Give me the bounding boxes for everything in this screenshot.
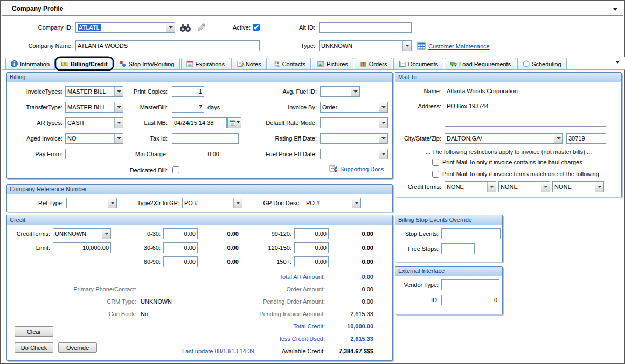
expirations-icon: [186, 60, 193, 67]
aging-150-plus-input[interactable]: [294, 256, 329, 267]
supporting-docs-icon[interactable]: [329, 164, 337, 172]
tab-notes[interactable]: Notes: [231, 58, 267, 69]
print-copies-input[interactable]: [172, 86, 204, 97]
alt-id-input[interactable]: [319, 22, 412, 33]
tab-label: Contacts: [282, 61, 305, 67]
window-title: Company Profile: [12, 5, 63, 12]
pencil-icon[interactable]: [196, 23, 206, 32]
aging-0-30-label: 0-30:: [107, 228, 161, 239]
mail-credit-terms-combo-2[interactable]: NONE: [498, 181, 550, 192]
free-stops-input[interactable]: [441, 243, 475, 254]
tab-information[interactable]: Information: [5, 58, 55, 69]
aging-0-30-input[interactable]: [163, 228, 198, 239]
credit-limit-input[interactable]: [53, 242, 111, 253]
mail-address2-input[interactable]: [445, 116, 606, 127]
tab-contacts[interactable]: Contacts: [268, 58, 311, 69]
ref-type-combo[interactable]: [66, 198, 117, 208]
vendor-type-input[interactable]: [441, 279, 499, 290]
do-check-button[interactable]: Do Check: [15, 342, 53, 353]
tab-scheduling[interactable]: Scheduling: [517, 58, 566, 69]
dropdown-arrow-icon[interactable]: [379, 134, 387, 143]
company-name-label: Company Name:: [11, 40, 73, 51]
dropdown-arrow-icon[interactable]: [487, 182, 496, 192]
company-id-combo[interactable]: ATLATL: [75, 22, 175, 33]
binoculars-icon[interactable]: [179, 23, 191, 32]
crm-type-label: CRM Type:: [7, 296, 136, 307]
dropdown-arrow-icon[interactable]: [166, 23, 175, 32]
tab-documents[interactable]: Documents: [393, 58, 443, 69]
default-rate-mode-combo[interactable]: [320, 117, 388, 128]
stop-events-input[interactable]: [441, 228, 501, 239]
master-bill-input[interactable]: [172, 102, 204, 113]
print-line-haul-label: Print Mail To only if invoice contains l…: [442, 157, 582, 167]
avg-fuel-id-combo[interactable]: [320, 86, 360, 97]
dropdown-arrow-icon[interactable]: [541, 182, 550, 192]
dropdown-arrow-icon[interactable]: [233, 198, 242, 208]
dropdown-arrow-icon[interactable]: [352, 198, 360, 208]
tab-billing-credit[interactable]: Billing/Credit: [56, 58, 113, 69]
tab-expirations[interactable]: Expirations: [181, 58, 230, 69]
chevron-down-icon[interactable]: [613, 8, 617, 13]
company-id-value: ATLATL: [78, 24, 101, 31]
dropdown-arrow-icon[interactable]: [379, 149, 387, 159]
dropdown-arrow-icon[interactable]: [402, 41, 411, 51]
last-mb-label: Last MB:: [112, 117, 168, 128]
zip-input[interactable]: [566, 133, 606, 144]
gp-doc-desc-combo[interactable]: PO #: [304, 198, 361, 208]
invoice-by-combo[interactable]: Order: [320, 102, 388, 113]
city-state-combo[interactable]: DALTON,GA/: [445, 133, 563, 144]
fuel-price-eff-date-combo[interactable]: [320, 149, 388, 159]
print-line-haul-checkbox[interactable]: [432, 159, 439, 166]
window-title-tab[interactable]: Company Profile: [5, 3, 70, 15]
customer-maintenance-icon[interactable]: [417, 41, 426, 50]
credit-terms-combo[interactable]: UNKNOWN: [53, 228, 111, 239]
type-combo[interactable]: UNKNOWN: [319, 40, 412, 51]
mail-address-input[interactable]: [445, 101, 606, 111]
mail-credit-terms-combo-3[interactable]: NONE: [552, 181, 604, 192]
min-charge-label: Min Charge:: [112, 149, 168, 159]
tax-id-input[interactable]: [172, 133, 239, 144]
dropdown-arrow-icon[interactable]: [379, 118, 387, 128]
dropdown-arrow-icon[interactable]: [108, 198, 116, 208]
mail-name-input[interactable]: [445, 86, 606, 96]
mail-credit-terms-combo-1[interactable]: NONE: [445, 181, 496, 192]
aging-120-150-label: 120-150:: [238, 242, 291, 253]
aging-30-60-input[interactable]: [163, 242, 198, 253]
clear-button[interactable]: Clear: [15, 326, 53, 337]
aging-150-plus-amount: 0.00: [338, 256, 373, 267]
active-checkbox[interactable]: [253, 24, 260, 31]
dedicated-bill-checkbox[interactable]: [172, 166, 179, 173]
documents-icon: [399, 60, 406, 67]
dropdown-arrow-icon[interactable]: [351, 87, 359, 96]
rating-eff-date-combo[interactable]: [320, 133, 388, 144]
tab-label: Notes: [246, 61, 261, 67]
available-credit-value: 7,384.67 $$$: [309, 346, 373, 356]
dropdown-arrow-icon[interactable]: [379, 102, 387, 112]
tab-pictures[interactable]: Pictures: [312, 58, 353, 69]
customer-maintenance-link[interactable]: Customer Maintenance: [428, 42, 490, 51]
supporting-docs-link[interactable]: Supporting Docs: [340, 165, 384, 173]
min-charge-input[interactable]: [172, 149, 221, 159]
dropdown-arrow-icon[interactable]: [554, 134, 562, 143]
external-id-input[interactable]: [441, 295, 499, 305]
company-name-input[interactable]: [75, 40, 260, 51]
total-credit-value: 10,000.00: [309, 321, 373, 332]
aging-60-90-input[interactable]: [163, 256, 198, 267]
pending-order-amount-value: 0.00: [309, 296, 373, 307]
credit-limit-label: Limit:: [7, 242, 50, 253]
aging-120-150-amount: 0.00: [338, 242, 373, 253]
aging-120-150-input[interactable]: [294, 242, 329, 253]
type2xfr-combo[interactable]: PO #: [182, 198, 242, 208]
dropdown-arrow-icon[interactable]: [595, 182, 603, 192]
tab-orders[interactable]: Orders: [355, 58, 393, 69]
contacts-icon: [273, 60, 280, 67]
tab-stop-info-routing[interactable]: Stop Info/Routing: [114, 58, 179, 69]
override-button[interactable]: Override: [58, 342, 97, 353]
tab-label: Load Requirements: [459, 61, 511, 67]
tab-load-requirements[interactable]: Load Requirements: [445, 58, 516, 69]
chevron-down-icon[interactable]: [615, 61, 620, 66]
aging-90-120-input[interactable]: [294, 228, 329, 239]
print-terms-match-checkbox[interactable]: [432, 171, 439, 178]
last-mb-input[interactable]: [172, 117, 227, 128]
tab-label: Scheduling: [532, 61, 561, 67]
